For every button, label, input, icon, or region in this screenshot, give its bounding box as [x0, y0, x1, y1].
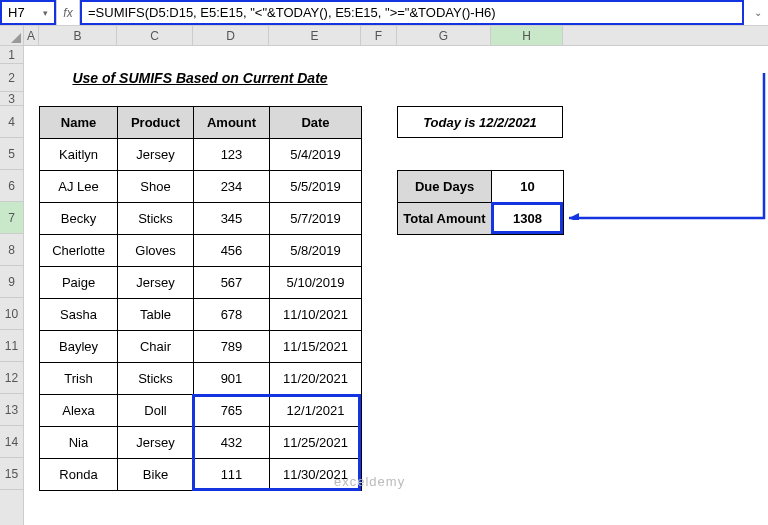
cell-date[interactable]: 5/5/2019: [270, 171, 362, 203]
cell-date[interactable]: 5/8/2019: [270, 235, 362, 267]
row-5[interactable]: 5: [0, 138, 23, 170]
cell-product[interactable]: Bike: [118, 459, 194, 491]
row-10[interactable]: 10: [0, 298, 23, 330]
col-H[interactable]: H: [491, 26, 563, 45]
cell-date[interactable]: 5/10/2019: [270, 267, 362, 299]
summary-table: Due Days 10 Total Amount 1308: [397, 170, 564, 235]
name-box-value: H7: [8, 5, 25, 20]
today-label[interactable]: Today is 12/2/2021: [397, 106, 563, 138]
cell-product[interactable]: Sticks: [118, 203, 194, 235]
cell-amount[interactable]: 123: [194, 139, 270, 171]
cell-name[interactable]: Kaitlyn: [40, 139, 118, 171]
cell-date[interactable]: 12/1/2021: [270, 395, 362, 427]
row-15[interactable]: 15: [0, 458, 23, 490]
formula-bar-value: =SUMIFS(D5:D15, E5:E15, "<"&TODAY(), E5:…: [88, 5, 496, 20]
cell-amount[interactable]: 111: [194, 459, 270, 491]
fx-button[interactable]: fx: [56, 0, 80, 25]
grid: 1 2 3 4 5 6 7 8 9 10 11 12 13 14 15 Use …: [0, 46, 768, 525]
table-header-row: Name Product Amount Date: [40, 107, 362, 139]
cell-name[interactable]: Cherlotte: [40, 235, 118, 267]
row-2[interactable]: 2: [0, 64, 23, 92]
row-8[interactable]: 8: [0, 234, 23, 266]
th-product[interactable]: Product: [118, 107, 194, 139]
cell-product[interactable]: Shoe: [118, 171, 194, 203]
th-amount[interactable]: Amount: [194, 107, 270, 139]
cell-amount[interactable]: 432: [194, 427, 270, 459]
col-F[interactable]: F: [361, 26, 397, 45]
cell-amount[interactable]: 765: [194, 395, 270, 427]
cell-name[interactable]: Sasha: [40, 299, 118, 331]
name-box[interactable]: H7 ▾: [0, 0, 56, 25]
formula-bar-row: H7 ▾ fx =SUMIFS(D5:D15, E5:E15, "<"&TODA…: [0, 0, 768, 26]
table-row: AlexaDoll76512/1/2021: [40, 395, 362, 427]
th-name[interactable]: Name: [40, 107, 118, 139]
due-days-label[interactable]: Due Days: [398, 171, 492, 203]
cell-date[interactable]: 11/10/2021: [270, 299, 362, 331]
cell-name[interactable]: Bayley: [40, 331, 118, 363]
cell-name[interactable]: AJ Lee: [40, 171, 118, 203]
cell-name[interactable]: Becky: [40, 203, 118, 235]
row-9[interactable]: 9: [0, 266, 23, 298]
table-row: PaigeJersey5675/10/2019: [40, 267, 362, 299]
cell-product[interactable]: Chair: [118, 331, 194, 363]
col-G[interactable]: G: [397, 26, 491, 45]
cell-amount[interactable]: 567: [194, 267, 270, 299]
col-E[interactable]: E: [269, 26, 361, 45]
cell-name[interactable]: Trish: [40, 363, 118, 395]
total-amount-value[interactable]: 1308: [492, 203, 564, 235]
cell-name[interactable]: Paige: [40, 267, 118, 299]
row-3[interactable]: 3: [0, 92, 23, 106]
formula-bar-expand-icon[interactable]: ⌄: [748, 0, 768, 25]
th-date[interactable]: Date: [270, 107, 362, 139]
column-headers: A B C D E F G H: [0, 26, 768, 46]
chevron-down-icon[interactable]: ▾: [43, 8, 48, 18]
cell-amount[interactable]: 234: [194, 171, 270, 203]
cell-amount[interactable]: 678: [194, 299, 270, 331]
watermark: exceldemy: [334, 474, 405, 489]
cell-name[interactable]: Nia: [40, 427, 118, 459]
total-amount-label[interactable]: Total Amount: [398, 203, 492, 235]
row-14[interactable]: 14: [0, 426, 23, 458]
cell-amount[interactable]: 789: [194, 331, 270, 363]
table-row: SashaTable67811/10/2021: [40, 299, 362, 331]
sheet-area[interactable]: Use of SUMIFS Based on Current Date Name…: [24, 46, 768, 525]
formula-bar[interactable]: =SUMIFS(D5:D15, E5:E15, "<"&TODAY(), E5:…: [80, 0, 744, 25]
cell-date[interactable]: 5/4/2019: [270, 139, 362, 171]
svg-marker-0: [11, 33, 21, 43]
cell-product[interactable]: Doll: [118, 395, 194, 427]
row-4[interactable]: 4: [0, 106, 23, 138]
row-7[interactable]: 7: [0, 202, 23, 234]
cell-product[interactable]: Jersey: [118, 267, 194, 299]
cell-date[interactable]: 11/15/2021: [270, 331, 362, 363]
cell-amount[interactable]: 345: [194, 203, 270, 235]
row-6[interactable]: 6: [0, 170, 23, 202]
row-headers: 1 2 3 4 5 6 7 8 9 10 11 12 13 14 15: [0, 46, 24, 525]
cell-product[interactable]: Gloves: [118, 235, 194, 267]
cell-date[interactable]: 11/25/2021: [270, 427, 362, 459]
cell-name[interactable]: Alexa: [40, 395, 118, 427]
cell-amount[interactable]: 456: [194, 235, 270, 267]
due-days-value[interactable]: 10: [492, 171, 564, 203]
row-12[interactable]: 12: [0, 362, 23, 394]
col-B[interactable]: B: [39, 26, 117, 45]
cell-product[interactable]: Jersey: [118, 139, 194, 171]
table-row: CherlotteGloves4565/8/2019: [40, 235, 362, 267]
svg-marker-1: [569, 213, 579, 220]
table-row: NiaJersey43211/25/2021: [40, 427, 362, 459]
col-C[interactable]: C: [117, 26, 193, 45]
table-row: RondaBike11111/30/2021: [40, 459, 362, 491]
select-all-triangle[interactable]: [0, 26, 24, 45]
row-11[interactable]: 11: [0, 330, 23, 362]
cell-date[interactable]: 5/7/2019: [270, 203, 362, 235]
cell-amount[interactable]: 901: [194, 363, 270, 395]
cell-product[interactable]: Table: [118, 299, 194, 331]
col-D[interactable]: D: [193, 26, 269, 45]
table-row: KaitlynJersey1235/4/2019: [40, 139, 362, 171]
col-A[interactable]: A: [24, 26, 39, 45]
cell-name[interactable]: Ronda: [40, 459, 118, 491]
cell-product[interactable]: Sticks: [118, 363, 194, 395]
cell-product[interactable]: Jersey: [118, 427, 194, 459]
cell-date[interactable]: 11/20/2021: [270, 363, 362, 395]
row-1[interactable]: 1: [0, 46, 23, 64]
row-13[interactable]: 13: [0, 394, 23, 426]
